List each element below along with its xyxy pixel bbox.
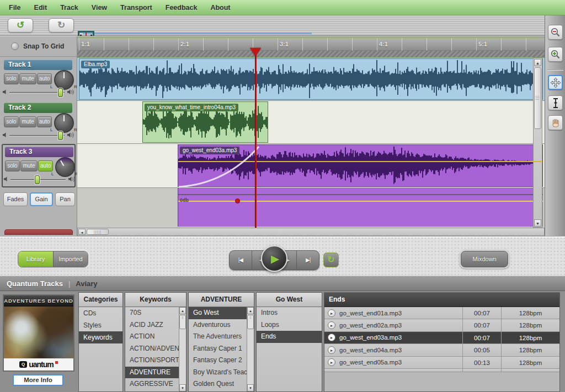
zoom-in-button[interactable]	[548, 47, 563, 62]
file-row[interactable]: ▸go_west_end04a.mp3 00:05 128bpm	[324, 344, 559, 356]
file-row[interactable]: ▸go_west_end01a.mp3 00:07 128bpm	[324, 307, 559, 319]
track3-solo-button[interactable]: solo	[5, 160, 20, 171]
keyword-item[interactable]: ACTION/SPORT	[125, 355, 179, 367]
adventure-item[interactable]: Boy Wizard's Teach	[189, 367, 247, 379]
scroll-down-arrow[interactable]: ▼	[247, 384, 254, 391]
play-button[interactable]: ▶	[261, 245, 287, 272]
scroll-left-arrow[interactable]: ◂	[78, 229, 86, 235]
zoom-out-button[interactable]	[548, 25, 563, 40]
track1-auto-button[interactable]: auto	[37, 73, 52, 84]
track2-auto-button[interactable]: auto	[37, 116, 52, 127]
menu-track[interactable]: Track	[60, 4, 78, 12]
redo-button[interactable]: ↻	[49, 18, 74, 33]
adventure-item[interactable]: The Adventurers	[189, 331, 247, 343]
preview-play-icon[interactable]: ▸	[328, 321, 335, 329]
menu-edit[interactable]: Edit	[34, 4, 47, 12]
go-to-end-button[interactable]: ▶|	[297, 251, 319, 270]
gain-automation-region[interactable]: 0db	[178, 188, 543, 227]
track3-clip[interactable]: go_west_end03a.mp3	[178, 144, 543, 187]
scroll-up-arrow[interactable]: ▲	[179, 307, 186, 314]
adventure-item[interactable]: Golden Quest	[189, 378, 247, 390]
scroll-up-arrow[interactable]: ▲	[247, 307, 254, 314]
keyword-item-selected[interactable]: ADVENTURE	[125, 367, 179, 379]
adventure-item[interactable]: Fantasy Caper 2	[189, 355, 247, 367]
track1-mute-button[interactable]: mute	[19, 73, 36, 84]
keyword-item[interactable]: ACTION	[125, 331, 179, 343]
track1-title[interactable]: Track 1	[4, 60, 72, 70]
gain-automation-line[interactable]	[178, 201, 543, 202]
track2-mute-button[interactable]: mute	[19, 116, 36, 127]
select-tool-button[interactable]	[548, 95, 563, 110]
track1-clip[interactable]: Elba.mp3	[79, 58, 543, 100]
preview-play-icon[interactable]: ▸	[328, 309, 335, 317]
category-item[interactable]: Styles	[79, 319, 122, 331]
preview-play-icon[interactable]: ▸	[328, 358, 335, 366]
vertical-scroll-thumb[interactable]: |||	[534, 67, 541, 129]
track4-title-partial[interactable]	[4, 229, 73, 235]
adventure-scrollbar[interactable]: ▲ ≡ ▼	[247, 307, 254, 391]
file-row[interactable]: ▸go_west_end05a.mp3 00:13 128bpm	[324, 357, 559, 369]
track2-title[interactable]: Track 2	[4, 103, 72, 113]
library-collection-title[interactable]: Aviary	[76, 280, 97, 288]
track1-volume-slider[interactable]	[9, 92, 65, 93]
vertical-scrollbar[interactable]: ▲ ||| ▼	[533, 58, 542, 228]
gowest-item[interactable]: Intros	[257, 307, 322, 319]
file-row[interactable]: ▸go_west_end02a.mp3 00:07 128bpm	[324, 319, 559, 331]
keyword-item[interactable]: AGGRESSIVE	[125, 378, 179, 390]
timeline-ruler[interactable]: 1:1 2:1 3:1 4:1 5:1	[77, 37, 545, 51]
keywords-scrollbar[interactable]: ▲ ≡ ▼	[179, 307, 186, 391]
track3-mute-button[interactable]: mute	[20, 160, 38, 171]
horizontal-scroll-thumb[interactable]: |||||	[87, 229, 109, 235]
gowest-item-selected[interactable]: Ends	[257, 331, 322, 343]
gowest-item[interactable]: Loops	[257, 319, 322, 331]
loop-region-strip[interactable]	[77, 51, 545, 58]
scroll-thumb[interactable]: ≡	[247, 315, 254, 329]
menu-transport[interactable]: Transport	[120, 4, 152, 12]
adventure-item[interactable]: Fantasy Caper 1	[189, 343, 247, 355]
move-tool-button[interactable]	[548, 75, 563, 90]
track3-volume-slider[interactable]	[10, 179, 66, 180]
mixdown-button[interactable]: Mixdown	[461, 251, 508, 267]
track1-solo-button[interactable]: solo	[4, 73, 19, 84]
track3-volume-thumb[interactable]	[35, 175, 40, 184]
menu-about[interactable]: About	[210, 4, 230, 12]
track2-solo-button[interactable]: solo	[4, 116, 19, 127]
track3-auto-button[interactable]: auto	[38, 160, 53, 171]
tab-fades[interactable]: Fades	[3, 192, 28, 206]
category-item-selected[interactable]: Keywords	[79, 331, 122, 343]
scroll-down-arrow[interactable]: ▼	[534, 219, 541, 227]
track1-volume-thumb[interactable]	[58, 88, 63, 97]
preview-play-icon[interactable]: ▸	[328, 334, 335, 341]
snap-to-grid-toggle[interactable]	[11, 42, 19, 50]
loop-button[interactable]: ↻	[323, 253, 339, 267]
undo-button[interactable]: ↺	[8, 18, 33, 33]
scroll-thumb[interactable]: ≡	[179, 315, 186, 329]
library-source-title[interactable]: Quantum Tracks	[7, 280, 63, 288]
adventure-item[interactable]: Adventurous	[189, 319, 247, 331]
category-item[interactable]: CDs	[79, 307, 122, 319]
go-to-start-button[interactable]: |◀	[230, 251, 252, 270]
hand-tool-button[interactable]	[548, 115, 563, 130]
preview-play-icon[interactable]: ▸	[328, 346, 335, 354]
library-tab[interactable]: Library	[18, 251, 53, 267]
more-info-button[interactable]: More Info	[13, 374, 63, 386]
track2-volume-slider[interactable]	[9, 135, 65, 136]
adventure-item-partial[interactable]: Dead Ringer	[189, 390, 247, 392]
track1-pan-knob[interactable]	[54, 70, 74, 90]
track2-volume-thumb[interactable]	[58, 131, 63, 140]
gain-automation-point[interactable]	[235, 198, 240, 203]
adventure-item-selected[interactable]: Go West	[189, 307, 247, 319]
horizontal-scrollbar[interactable]: ◂ |||||	[77, 228, 545, 236]
file-row-selected[interactable]: ▸go_west_end03a.mp3 00:07 128bpm	[324, 332, 559, 344]
scroll-down-arrow[interactable]: ▼	[179, 384, 186, 391]
playhead-handle[interactable]	[250, 48, 261, 56]
track3-title[interactable]: Track 3	[5, 147, 73, 157]
track2-clip[interactable]: you_know_what_time_intro04a.mp3	[142, 101, 268, 143]
menu-view[interactable]: View	[92, 4, 107, 12]
menu-file[interactable]: File	[9, 4, 21, 12]
imported-tab[interactable]: Imported	[53, 251, 88, 267]
keyword-item[interactable]: ACID JAZZ	[125, 319, 179, 331]
album-art[interactable]: ADVENTURES BEYOND Q uantum	[3, 294, 74, 372]
track2-pan-knob[interactable]	[54, 113, 74, 133]
keyword-item[interactable]: 70S	[125, 307, 179, 319]
